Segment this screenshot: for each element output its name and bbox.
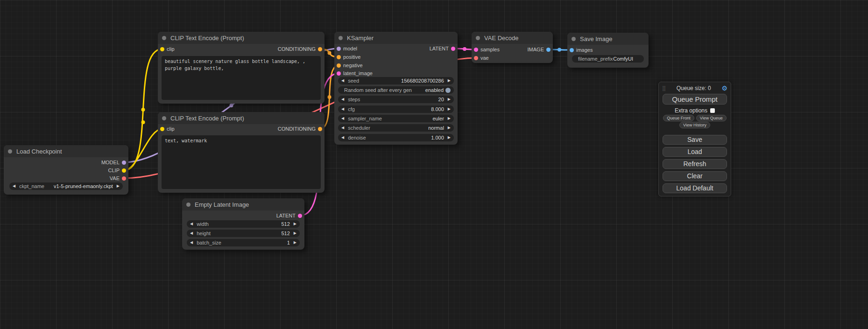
increment-arrow-icon[interactable]: ▶ bbox=[448, 136, 451, 140]
vae-input-port[interactable] bbox=[474, 56, 478, 60]
increment-arrow-icon[interactable]: ▶ bbox=[448, 98, 451, 101]
image-output-port[interactable] bbox=[546, 48, 550, 52]
queue-front-button[interactable]: Queue Front bbox=[663, 115, 694, 121]
node-title-bar[interactable]: CLIP Text Encode (Prompt) bbox=[158, 112, 325, 124]
clear-button[interactable]: Clear bbox=[663, 171, 727, 181]
decrement-arrow-icon[interactable]: ◀ bbox=[341, 107, 344, 111]
collapse-dot-icon[interactable] bbox=[186, 203, 191, 207]
node-title-bar[interactable]: Load Checkpoint bbox=[4, 145, 128, 157]
increment-arrow-icon[interactable]: ▶ bbox=[448, 79, 451, 83]
node-title-bar[interactable]: Save Image bbox=[567, 33, 649, 45]
filename-prefix-widget[interactable]: filename_prefix ComfyUI bbox=[572, 55, 644, 63]
prompt-text-area[interactable]: text, watermark bbox=[162, 135, 321, 189]
decrement-arrow-icon[interactable]: ◀ bbox=[190, 241, 193, 245]
conditioning-output-port[interactable] bbox=[318, 127, 322, 131]
toggle-dot[interactable] bbox=[445, 88, 451, 93]
random-seed-toggle-widget[interactable]: Random seed after every gen enabled bbox=[338, 86, 454, 94]
widget-value: normal bbox=[428, 125, 444, 131]
height-widget[interactable]: ◀ height 512 ▶ bbox=[187, 230, 300, 237]
decrement-arrow-icon[interactable]: ◀ bbox=[13, 184, 15, 188]
widget-name: ckpt_name bbox=[19, 183, 44, 189]
prompt-text-area[interactable]: beautiful scenery nature glass bottle la… bbox=[162, 56, 321, 100]
load-button[interactable]: Load bbox=[663, 147, 727, 157]
save-button[interactable]: Save bbox=[663, 135, 727, 145]
graph-canvas[interactable]: { "icons": { "decrement": "◀", "incremen… bbox=[0, 0, 868, 329]
node-title-bar[interactable]: VAE Decode bbox=[472, 32, 553, 44]
increment-arrow-icon[interactable]: ▶ bbox=[294, 222, 296, 226]
denoise-widget[interactable]: ◀ denoise 1.000 ▶ bbox=[338, 134, 454, 141]
widget-value: v1-5-pruned-emaonly.ckpt bbox=[54, 183, 113, 189]
cfg-widget[interactable]: ◀ cfg 8.000 ▶ bbox=[338, 105, 454, 113]
increment-arrow-icon[interactable]: ▶ bbox=[294, 231, 296, 235]
view-queue-button[interactable]: View Queue bbox=[696, 115, 727, 121]
node-empty-latent-image[interactable]: Empty Latent Image LATENT ◀ width 512 ▶ … bbox=[182, 198, 304, 250]
queue-buttons-row: Queue Front View Queue bbox=[662, 115, 727, 121]
view-history-button[interactable]: View History bbox=[679, 122, 710, 128]
collapse-dot-icon[interactable] bbox=[339, 36, 343, 40]
extra-options-checkbox[interactable] bbox=[710, 108, 715, 113]
node-ksampler[interactable]: KSampler model LATENT positive negative … bbox=[334, 32, 458, 145]
node-title-bar[interactable]: KSampler bbox=[334, 32, 458, 44]
vae-output-port[interactable] bbox=[122, 176, 126, 181]
queue-menu-panel: ⣿ Queue size: 0 ⚙ Queue Prompt Extra opt… bbox=[658, 82, 731, 196]
increment-arrow-icon[interactable]: ▶ bbox=[448, 126, 451, 130]
widget-name: filename_prefix bbox=[578, 56, 613, 62]
widget-value: 8.000 bbox=[431, 106, 444, 112]
model-output-port[interactable] bbox=[122, 161, 126, 165]
wire-negative-dot bbox=[328, 95, 332, 99]
decrement-arrow-icon[interactable]: ◀ bbox=[341, 117, 344, 120]
node-load-checkpoint[interactable]: Load Checkpoint MODEL CLIP VAE ◀ ckpt_na… bbox=[4, 145, 128, 195]
node-clip-text-encode-positive[interactable]: CLIP Text Encode (Prompt) clip CONDITION… bbox=[158, 32, 325, 104]
widget-name: seed bbox=[348, 78, 359, 84]
queue-prompt-button[interactable]: Queue Prompt bbox=[663, 94, 727, 105]
collapse-dot-icon[interactable] bbox=[572, 37, 576, 41]
node-title: CLIP Text Encode (Prompt) bbox=[170, 115, 244, 122]
increment-arrow-icon[interactable]: ▶ bbox=[448, 107, 451, 111]
increment-arrow-icon[interactable]: ▶ bbox=[117, 184, 120, 188]
batch-size-widget[interactable]: ◀ batch_size 1 ▶ bbox=[187, 239, 300, 246]
decrement-arrow-icon[interactable]: ◀ bbox=[341, 79, 344, 83]
refresh-button[interactable]: Refresh bbox=[663, 159, 727, 169]
sampler-name-widget[interactable]: ◀ sampler_name euler ▶ bbox=[338, 115, 454, 122]
collapse-dot-icon[interactable] bbox=[162, 116, 166, 120]
node-title-bar[interactable]: CLIP Text Encode (Prompt) bbox=[158, 32, 325, 44]
conditioning-output-slot: CONDITIONING bbox=[158, 45, 325, 53]
latent-image-input-label: latent_image bbox=[343, 70, 373, 76]
load-default-button[interactable]: Load Default bbox=[663, 183, 727, 193]
ckpt-name-widget[interactable]: ◀ ckpt_name v1-5-pruned-emaonly.ckpt ▶ bbox=[9, 182, 123, 190]
latent-output-port[interactable] bbox=[298, 214, 302, 218]
decrement-arrow-icon[interactable]: ◀ bbox=[341, 126, 344, 130]
decrement-arrow-icon[interactable]: ◀ bbox=[341, 98, 344, 101]
clip-output-port[interactable] bbox=[122, 168, 126, 173]
seed-widget[interactable]: ◀ seed 156680208700286 ▶ bbox=[338, 77, 454, 84]
conditioning-output-port[interactable] bbox=[318, 47, 322, 51]
node-title-bar[interactable]: Empty Latent Image bbox=[182, 198, 304, 210]
increment-arrow-icon[interactable]: ▶ bbox=[448, 117, 451, 120]
increment-arrow-icon[interactable]: ▶ bbox=[294, 241, 296, 245]
settings-gear-icon[interactable]: ⚙ bbox=[721, 85, 727, 91]
wire-clip-to-negative-prompt bbox=[124, 129, 162, 170]
model-output-label: MODEL bbox=[101, 160, 120, 165]
drag-handle-icon[interactable]: ⣿ bbox=[662, 86, 666, 91]
latent-image-input-port[interactable] bbox=[337, 71, 341, 76]
widget-value: 1.000 bbox=[431, 135, 444, 140]
collapse-dot-icon[interactable] bbox=[476, 36, 480, 40]
negative-input-port[interactable] bbox=[337, 63, 341, 68]
decrement-arrow-icon[interactable]: ◀ bbox=[190, 231, 193, 235]
node-save-image[interactable]: Save Image images filename_prefix ComfyU… bbox=[567, 33, 649, 68]
node-vae-decode[interactable]: VAE Decode samples IMAGE vae bbox=[472, 32, 553, 63]
negative-input-label: negative bbox=[343, 63, 363, 68]
positive-input-port[interactable] bbox=[337, 55, 341, 59]
node-clip-text-encode-negative[interactable]: CLIP Text Encode (Prompt) clip CONDITION… bbox=[158, 112, 325, 193]
scheduler-widget[interactable]: ◀ scheduler normal ▶ bbox=[338, 124, 454, 132]
steps-widget[interactable]: ◀ steps 20 ▶ bbox=[338, 96, 454, 103]
widget-name: denoise bbox=[348, 135, 366, 140]
width-widget[interactable]: ◀ width 512 ▶ bbox=[187, 220, 300, 228]
collapse-dot-icon[interactable] bbox=[162, 36, 166, 40]
collapse-dot-icon[interactable] bbox=[8, 149, 12, 154]
decrement-arrow-icon[interactable]: ◀ bbox=[190, 222, 193, 226]
images-input-port[interactable] bbox=[570, 48, 574, 52]
latent-output-port[interactable] bbox=[451, 47, 455, 51]
widget-value: enabled bbox=[425, 87, 444, 93]
decrement-arrow-icon[interactable]: ◀ bbox=[341, 136, 344, 140]
